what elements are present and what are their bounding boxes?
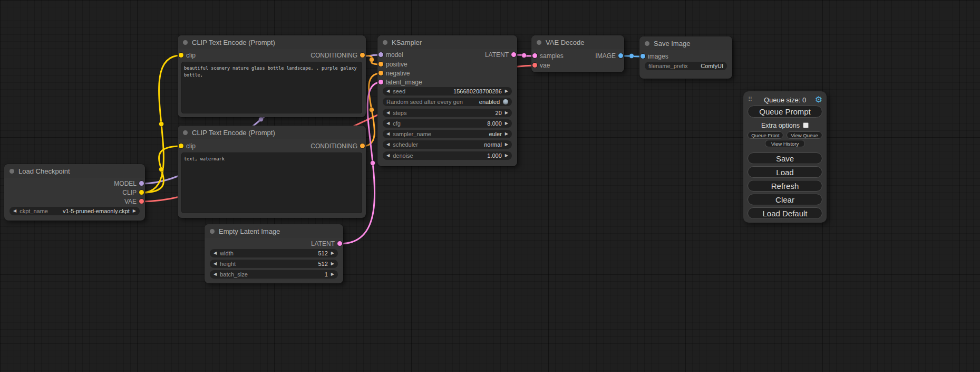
link-midpoint-dot	[522, 53, 527, 58]
node-title-bar[interactable]: Save Image	[639, 36, 732, 50]
input-port-samples[interactable]	[532, 53, 537, 58]
load-button[interactable]: Load	[748, 166, 822, 178]
graph-canvas[interactable]: Load Checkpoint MODEL CLIP VAE ◀ ckpt_na…	[0, 0, 980, 372]
arrow-right-icon[interactable]: ▶	[505, 111, 508, 115]
input-port-images[interactable]	[641, 54, 645, 59]
drag-handle-icon[interactable]: ⠿	[748, 96, 752, 103]
queue-front-button[interactable]: Queue Front	[748, 131, 783, 139]
input-port-clip[interactable]	[179, 53, 183, 58]
widget-cfg[interactable]: ◀ cfg 8.000 ▶	[383, 119, 512, 128]
node-title-bar[interactable]: CLIP Text Encode (Prompt)	[178, 126, 366, 139]
extra-options-label: Extra options	[761, 122, 800, 129]
arrow-left-icon[interactable]: ◀	[214, 251, 217, 255]
widget-batch-size[interactable]: ◀ batch_size 1 ▶	[210, 270, 338, 279]
collapse-dot-icon[interactable]	[537, 40, 541, 45]
arrow-left-icon[interactable]: ◀	[386, 132, 390, 136]
arrow-left-icon[interactable]: ◀	[386, 154, 390, 158]
output-label-latent: LATENT	[311, 240, 335, 247]
output-label-latent: LATENT	[485, 51, 509, 59]
node-ksampler[interactable]: KSampler model LATENT positive negative …	[377, 35, 517, 166]
output-port-conditioning[interactable]	[360, 144, 365, 148]
collapse-dot-icon[interactable]	[383, 40, 387, 45]
arrow-left-icon[interactable]: ◀	[386, 111, 390, 115]
widget-height[interactable]: ◀ height 512 ▶	[210, 260, 338, 268]
node-save-image[interactable]: Save Image images filename_prefix ComfyU…	[639, 36, 732, 79]
node-clip-text-encode-positive[interactable]: CLIP Text Encode (Prompt) clip CONDITION…	[178, 35, 366, 117]
widget-steps[interactable]: ◀ steps 20 ▶	[383, 109, 512, 117]
slot-row: clip CONDITIONING	[178, 142, 366, 150]
node-empty-latent-image[interactable]: Empty Latent Image LATENT ◀ width 512 ▶ …	[205, 224, 343, 283]
widget-ckpt-name[interactable]: ◀ ckpt_name v1-5-pruned-emaonly.ckpt ▶	[9, 207, 140, 215]
node-title-bar[interactable]: CLIP Text Encode (Prompt)	[178, 35, 366, 49]
arrow-right-icon[interactable]: ▶	[505, 154, 508, 158]
view-queue-button[interactable]: View Queue	[787, 131, 822, 139]
node-title: Empty Latent Image	[219, 227, 280, 235]
node-title: CLIP Text Encode (Prompt)	[192, 39, 275, 46]
node-title: CLIP Text Encode (Prompt)	[192, 129, 275, 137]
settings-gear-icon[interactable]: ⚙	[815, 94, 822, 104]
output-port-conditioning[interactable]	[360, 53, 365, 58]
load-default-button[interactable]: Load Default	[748, 207, 822, 219]
arrow-left-icon[interactable]: ◀	[13, 209, 16, 213]
arrow-left-icon[interactable]: ◀	[214, 262, 217, 266]
prompt-textarea[interactable]: text, watermark	[181, 152, 362, 213]
node-load-checkpoint[interactable]: Load Checkpoint MODEL CLIP VAE ◀ ckpt_na…	[4, 164, 145, 221]
widget-seed[interactable]: ◀ seed 156680208700286 ▶	[383, 87, 512, 96]
arrow-right-icon[interactable]: ▶	[133, 209, 136, 213]
widget-value: 20	[496, 110, 502, 116]
toggle-knob[interactable]	[503, 99, 508, 104]
output-port-latent[interactable]	[337, 241, 342, 246]
arrow-left-icon[interactable]: ◀	[386, 142, 390, 147]
slot-row: vae	[531, 61, 624, 70]
arrow-right-icon[interactable]: ▶	[505, 132, 508, 136]
arrow-right-icon[interactable]: ▶	[505, 89, 508, 93]
widget-name: denoise	[393, 152, 413, 159]
view-history-button[interactable]: View History	[765, 140, 805, 147]
input-port-clip[interactable]	[179, 144, 183, 148]
widget-scheduler[interactable]: ◀ scheduler normal ▶	[383, 140, 512, 149]
clear-button[interactable]: Clear	[748, 194, 822, 205]
node-title-bar[interactable]: Load Checkpoint	[4, 164, 145, 178]
output-label-conditioning: CONDITIONING	[311, 52, 357, 59]
collapse-dot-icon[interactable]	[183, 130, 188, 135]
arrow-right-icon[interactable]: ▶	[331, 251, 334, 255]
node-title-bar[interactable]: Empty Latent Image	[205, 224, 343, 238]
arrow-left-icon[interactable]: ◀	[386, 121, 390, 126]
node-vae-decode[interactable]: VAE Decode samples IMAGE vae	[531, 35, 624, 72]
node-title-bar[interactable]: VAE Decode	[531, 35, 624, 49]
collapse-dot-icon[interactable]	[183, 40, 188, 45]
input-port-vae[interactable]	[532, 63, 537, 68]
widget-width[interactable]: ◀ width 512 ▶	[210, 249, 338, 257]
node-title-bar[interactable]: KSampler	[377, 35, 517, 49]
extra-options-checkbox[interactable]	[803, 122, 809, 128]
widget-filename-prefix[interactable]: filename_prefix ComfyUI	[645, 62, 727, 70]
output-port-clip[interactable]	[139, 190, 144, 195]
widget-value: 512	[318, 250, 327, 256]
input-label-vae: vae	[540, 62, 550, 69]
widget-sampler-name[interactable]: ◀ sampler_name euler ▶	[383, 130, 512, 138]
arrow-right-icon[interactable]: ▶	[505, 121, 508, 126]
collapse-dot-icon[interactable]	[210, 229, 215, 234]
input-port-model[interactable]	[379, 52, 383, 57]
output-port-latent[interactable]	[511, 52, 516, 57]
save-button[interactable]: Save	[748, 152, 822, 164]
arrow-right-icon[interactable]: ▶	[505, 142, 508, 147]
widget-random-seed-toggle[interactable]: Random seed after every gen enabled	[383, 98, 512, 106]
output-port-vae[interactable]	[139, 199, 144, 204]
collapse-dot-icon[interactable]	[645, 41, 649, 46]
input-port-negative[interactable]	[379, 71, 383, 75]
arrow-right-icon[interactable]: ▶	[331, 262, 334, 266]
output-port-model[interactable]	[139, 181, 144, 186]
prompt-textarea[interactable]: beautiful scenery nature glass bottle la…	[181, 62, 362, 113]
arrow-left-icon[interactable]: ◀	[214, 272, 217, 276]
arrow-left-icon[interactable]: ◀	[386, 89, 390, 93]
arrow-right-icon[interactable]: ▶	[331, 272, 334, 276]
widget-denoise[interactable]: ◀ denoise 1.000 ▶	[383, 151, 512, 160]
collapse-dot-icon[interactable]	[9, 169, 14, 174]
refresh-button[interactable]: Refresh	[748, 180, 822, 192]
node-clip-text-encode-negative[interactable]: CLIP Text Encode (Prompt) clip CONDITION…	[178, 126, 366, 218]
queue-prompt-button[interactable]: Queue Prompt	[748, 106, 822, 118]
input-port-positive[interactable]	[379, 62, 383, 66]
input-port-latent-image[interactable]	[379, 80, 383, 84]
output-port-image[interactable]	[618, 53, 623, 58]
